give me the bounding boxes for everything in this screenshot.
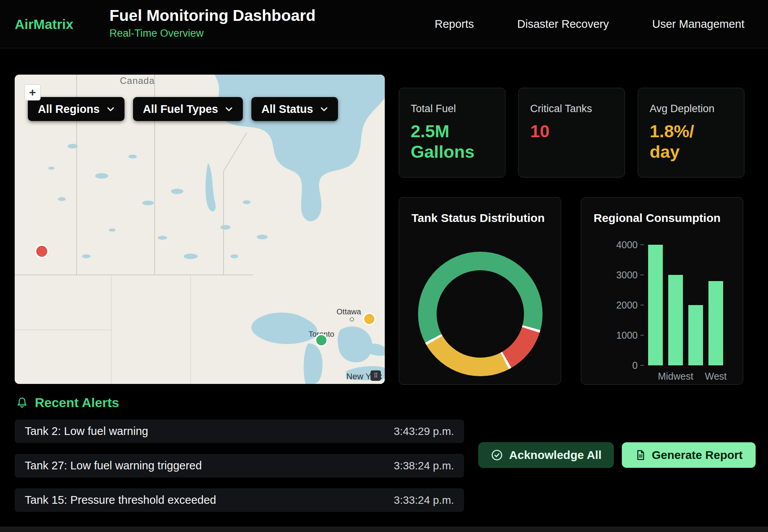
consumption-bar [668,275,683,365]
y-axis-tick-label: 2000 [616,300,638,311]
y-axis-tick-mark [640,275,644,275]
regional-consumption-card: Regional Consumption 01000200030004000 M… [581,197,743,385]
map-marker-warning[interactable] [364,313,375,325]
tank-status-card: Tank Status Distribution [399,197,561,385]
fuel-map[interactable]: Canada Ottawa Toronto New York + All Reg… [15,75,385,384]
status-filter-dropdown[interactable]: All Status [251,97,338,121]
map-canvas: Canada Ottawa Toronto New York [15,75,385,384]
avg-depletion-value: 1.8%/ day [650,121,727,162]
regional-y-axis: 01000200030004000 [581,245,645,365]
y-axis-tick-label: 1000 [616,330,638,341]
consumption-bar [708,281,723,365]
title-block: Fuel Monitoring Dashboard Real-Time Over… [109,7,316,39]
ottawa-city-dot [350,318,354,321]
total-fuel-value: 2.5M Gallons [411,121,488,162]
status-filter-value: All Status [261,103,313,116]
nav-disaster-recovery[interactable]: Disaster Recovery [517,18,609,31]
consumption-bar [648,245,663,365]
recent-alerts-header: Recent Alerts [15,395,119,410]
critical-tanks-label: Critical Tanks [530,103,613,115]
map-resize-handle[interactable]: ⠿ [370,370,381,381]
total-fuel-label: Total Fuel [411,103,493,115]
chevron-down-icon [225,107,233,112]
chevron-down-icon [107,107,114,112]
alert-text: Tank 2: Low fuel warning [25,425,148,438]
alert-text: Tank 15: Pressure threshold exceeded [25,494,216,506]
region-filter-value: All Regions [38,103,100,116]
critical-tanks-card: Critical Tanks 10 [518,88,625,177]
acknowledge-all-button[interactable]: Acknowledge All [478,442,614,468]
page-subtitle: Real-Time Overview [109,27,316,39]
critical-tanks-value: 10 [530,121,608,142]
y-axis-tick-mark [640,244,644,245]
y-axis-tick-mark [640,365,644,366]
region-filter-dropdown[interactable]: All Regions [28,97,125,121]
avg-depletion-label: Avg Depletion [650,103,732,115]
y-axis-tick-mark [640,335,644,336]
alert-row[interactable]: Tank 15: Pressure threshold exceeded 3:3… [15,488,464,512]
alert-time: 3:33:24 p.m. [394,494,454,506]
tank-status-title: Tank Status Distribution [411,211,544,225]
generate-report-button[interactable]: Generate Report [622,442,756,468]
bar-column [688,245,703,365]
x-axis-label: West [705,371,727,382]
document-icon [635,449,646,461]
recent-alerts-heading: Recent Alerts [35,395,119,410]
chevron-down-icon [320,107,328,112]
fuel-monitoring-dashboard: AirMatrix Fuel Monitoring Dashboard Real… [0,0,768,532]
total-fuel-card: Total Fuel 2.5M Gallons [399,88,505,177]
map-label-ottawa: Ottawa [336,307,361,316]
bar-column: Midwest [668,245,683,365]
check-circle-icon [491,449,503,461]
fuel-type-filter-value: All Fuel Types [143,103,218,116]
map-marker-normal[interactable] [316,334,327,346]
y-axis-tick-label: 3000 [616,269,638,281]
avg-depletion-card: Avg Depletion 1.8%/ day [638,88,744,177]
regional-consumption-chart: 01000200030004000 MidwestWest [581,245,743,365]
donut-hole [437,270,524,358]
bar-column: West [708,245,723,365]
bell-icon [15,396,29,409]
regional-consumption-title: Regional Consumption [594,211,720,225]
map-filter-bar: All Regions All Fuel Types All Status [28,97,338,121]
consumption-bar [688,305,703,365]
alert-time: 3:43:29 p.m. [394,425,454,438]
alert-row[interactable]: Tank 2: Low fuel warning 3:43:29 p.m. [15,419,464,443]
y-axis-tick-label: 4000 [616,239,638,251]
alert-row[interactable]: Tank 27: Low fuel warning triggered 3:38… [15,454,464,477]
x-axis-label: Midwest [658,371,693,382]
app-header: AirMatrix Fuel Monitoring Dashboard Real… [0,0,768,48]
brand-logo[interactable]: AirMatrix [15,0,73,48]
generate-report-label: Generate Report [652,448,742,462]
acknowledge-all-label: Acknowledge All [509,448,602,462]
map-marker-critical[interactable] [36,245,48,257]
alert-time: 3:38:24 p.m. [394,460,454,472]
bar-column [648,245,663,365]
nav-reports[interactable]: Reports [435,18,474,31]
regional-bars: MidwestWest [648,245,723,365]
main-nav: Reports Disaster Recovery User Managemen… [435,0,744,48]
alert-text: Tank 27: Low fuel warning triggered [25,459,202,472]
page-title: Fuel Monitoring Dashboard [109,7,316,25]
tank-status-donut [418,252,543,376]
nav-user-management[interactable]: User Management [652,18,744,31]
y-axis-tick-label: 0 [632,360,638,371]
map-label-canada: Canada [120,75,155,86]
fuel-type-filter-dropdown[interactable]: All Fuel Types [133,97,243,121]
window-bottom-strip [0,527,768,532]
y-axis-tick-mark [640,305,644,305]
map-zoom-in-button[interactable]: + [24,84,41,101]
